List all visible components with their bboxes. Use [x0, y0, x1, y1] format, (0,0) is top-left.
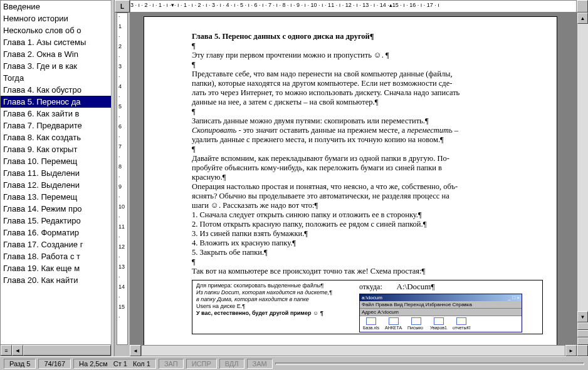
- file-icon: База.xls: [362, 317, 380, 330]
- editor-area: L 3 · ı · 2 · ı · 1 · ı ·▾· ı · 1 · ı · …: [115, 0, 588, 356]
- document-page[interactable]: Глава 5. Перенос данных с одного диска н…: [144, 16, 557, 345]
- nav-item[interactable]: Глава 10. Перемещ: [1, 155, 111, 167]
- nav-item[interactable]: Глава 15. Редактиро: [1, 215, 111, 227]
- nav-item[interactable]: Глава 17. Создание г: [1, 239, 111, 250]
- example-table: Для примера: скопировать выделенные файл…: [192, 280, 543, 334]
- ruler-corner: [577, 0, 588, 13]
- nav-item[interactable]: Глава 6. Как зайти в: [1, 108, 111, 120]
- file-icon: отчетыКМ...: [453, 317, 470, 330]
- nav-item[interactable]: Тогда: [1, 72, 111, 84]
- status-rec[interactable]: ЗАП: [159, 359, 184, 369]
- paragraph: Представьте себе, что вам надо перенести…: [192, 69, 538, 79]
- nav-item[interactable]: Глава 2. Окна в Win: [1, 48, 111, 60]
- nav-item[interactable]: Глава 4. Как обустро: [1, 84, 111, 96]
- nav-horizontal-scroll[interactable]: ≡ ◄: [1, 344, 111, 356]
- tab-align-button[interactable]: L: [115, 0, 130, 13]
- nav-item[interactable]: Глава 11. Выделени: [1, 167, 111, 179]
- corner-grip: [577, 345, 588, 356]
- scroll-track[interactable]: [577, 24, 588, 311]
- list-item: Из синей папки взять бумажки.¶: [192, 229, 538, 239]
- scroll-up-icon[interactable]: ▲: [577, 13, 588, 24]
- scroll-track[interactable]: [23, 345, 111, 356]
- window-controls-icon: _ □ ×: [508, 295, 520, 301]
- embedded-addressbar: Адрес A:\docum: [360, 309, 522, 316]
- status-section: Разд 5: [4, 359, 36, 369]
- nav-item[interactable]: Несколько слов об о: [1, 24, 111, 36]
- browse-object-icon[interactable]: ●: [577, 330, 588, 337]
- nav-item[interactable]: Глава 9. Как открыт: [1, 143, 111, 155]
- nav-item[interactable]: Глава 20. Как найти: [1, 274, 111, 286]
- paragraph: Эту главу при первом прочтении можно и п…: [192, 51, 538, 60]
- nav-item[interactable]: Глава 18. Работа с т: [1, 250, 111, 262]
- scroll-right-icon[interactable]: ►: [565, 345, 577, 356]
- nav-item[interactable]: Введение: [1, 1, 111, 13]
- file-icon: АНКЕТА-2.doc: [385, 317, 402, 330]
- list-item: Вложить их красную папку.¶: [192, 239, 538, 248]
- nav-item[interactable]: Глава 14. Режим про: [1, 203, 111, 215]
- document-map: ВведениеНемного историиНесколько слов об…: [0, 0, 112, 356]
- status-ovr[interactable]: ЗАМ: [247, 359, 273, 369]
- view-buttons[interactable]: [115, 345, 130, 356]
- list-item: Сначала следует открыть синюю папку и от…: [192, 210, 538, 220]
- paragraph: Записать данные можно двумя путями: скоп…: [192, 116, 538, 126]
- embedded-titlebar: a:\docum _ □ ×: [360, 294, 522, 301]
- horizontal-scrollbar[interactable]: [141, 345, 565, 356]
- prev-page-icon[interactable]: ▴: [577, 322, 588, 330]
- nav-item[interactable]: Глава 19. Как еще м: [1, 262, 111, 274]
- status-ext[interactable]: ВДЛ: [219, 359, 244, 369]
- nav-item[interactable]: Глава 16. Форматир: [1, 227, 111, 239]
- list-item: Потом открыть красную папку, положить ее…: [192, 220, 538, 229]
- vertical-ruler[interactable]: ·1·2·3·4·5·6·7·8·9·10·11·12·13·14·15·: [117, 13, 128, 345]
- paragraph: лать это через Интернет, то можно исполь…: [192, 88, 538, 98]
- status-bar: Разд 5 74/167 На 2,5см Ст 1 Кол 1 ЗАП ИС…: [0, 356, 588, 370]
- paragraph: Скопировать - это значит оставить данные…: [192, 126, 538, 135]
- paragraph: ¶: [192, 145, 538, 154]
- nav-item[interactable]: Немного истории: [1, 13, 111, 24]
- example-text-cell: Для примера: скопировать выделенные файл…: [192, 280, 355, 334]
- where-label: откуда:: [359, 282, 382, 292]
- status-page: 74/167: [38, 359, 71, 369]
- paragraph: Так вот на компьютере все происходит точ…: [192, 267, 538, 276]
- nav-item[interactable]: Глава 12. Выделени: [1, 179, 111, 191]
- paragraph: пробуйте объяснить кому-нибудь, как пере…: [192, 163, 538, 173]
- where-value: A:\Docum¶: [397, 282, 435, 291]
- scroll-left-icon[interactable]: ◄: [130, 345, 141, 356]
- scroll-left-icon[interactable]: ◄: [12, 345, 23, 356]
- paragraph: ¶: [192, 257, 538, 267]
- status-extra: [275, 362, 584, 365]
- nav-item[interactable]: Глава 13. Перемещ: [1, 191, 111, 203]
- paragraph: данные на нее, а затем с дискеты – на св…: [192, 98, 538, 107]
- paragraph: шаги ☺. Рассказать же надо вот что:¶: [192, 201, 538, 210]
- paragraph: Давайте вспомним, как перекладывают бума…: [192, 154, 538, 163]
- next-page-icon[interactable]: ▾: [577, 337, 588, 345]
- nav-list[interactable]: ВведениеНемного историиНесколько слов об…: [1, 1, 111, 344]
- horizontal-ruler[interactable]: 3 · ı · 2 · ı · 1 · ı ·▾· ı · 1 · ı · 2 …: [130, 0, 577, 13]
- heading: Глава 5. Перенос данных с одного диска н…: [192, 32, 538, 41]
- list-item: Закрыть обе папки.¶: [192, 248, 538, 257]
- scroll-down-icon[interactable]: ▼: [577, 311, 588, 322]
- paragraph: красную.¶: [192, 173, 538, 182]
- paragraph: ¶: [192, 60, 538, 69]
- vertical-scrollbar[interactable]: ▲ ▼ ▴ ● ▾: [577, 13, 588, 345]
- page-viewport[interactable]: Глава 5. Перенос данных с одного диска н…: [130, 13, 577, 345]
- nav-item[interactable]: Глава 5. Перенос да: [1, 96, 111, 108]
- paragraph: ¶: [192, 41, 538, 51]
- embedded-menubar: Файл Правка Вид Переход Избранное Справк…: [360, 301, 522, 309]
- nav-item[interactable]: Глава 7. Предварите: [1, 120, 111, 131]
- file-icon: Уваров1.doc: [430, 317, 448, 330]
- example-window-cell: откуда: A:\Docum¶ a:\docum _ □ × Файл Пр…: [355, 280, 542, 334]
- paragraph: яснять? Обычно вы проделываете это автом…: [192, 192, 538, 201]
- embedded-explorer: a:\docum _ □ × Файл Правка Вид Переход И…: [359, 294, 522, 332]
- status-position: На 2,5см Ст 1 Кол 1: [73, 359, 156, 369]
- paragraph: Операция настолько простая и понятная, ч…: [192, 182, 538, 192]
- paragraph: папки), которые находятся на другом комп…: [192, 79, 538, 88]
- file-icon: Письмо_де.doc: [407, 317, 425, 330]
- nav-item[interactable]: Глава 8. Как создать: [1, 131, 111, 143]
- nav-item[interactable]: Глава 3. Где и в как: [1, 60, 111, 72]
- scroll-indent-icon[interactable]: ≡: [1, 345, 12, 356]
- paragraph: удалить данные с прежнего места, и получ…: [192, 135, 538, 145]
- status-trk[interactable]: ИСПР: [186, 359, 217, 369]
- paragraph: ¶: [192, 107, 538, 116]
- nav-item[interactable]: Глава 1. Азы системы: [1, 36, 111, 48]
